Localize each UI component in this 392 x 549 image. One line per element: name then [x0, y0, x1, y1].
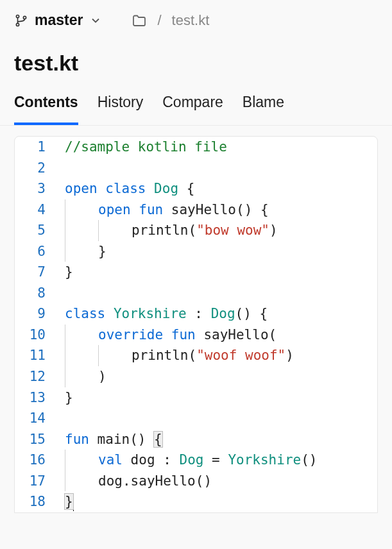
line-content[interactable]: //sample kotlin file	[58, 137, 377, 158]
line-number[interactable]: 17	[15, 471, 58, 492]
line-content[interactable]: open fun sayHello() {	[58, 199, 377, 221]
line-number[interactable]: 7	[15, 262, 58, 283]
tab-blame[interactable]: Blame	[243, 94, 284, 125]
breadcrumb-file[interactable]: test.kt	[172, 12, 210, 29]
line-content[interactable]: open class Dog {	[58, 178, 377, 199]
line-content[interactable]: }	[58, 241, 377, 262]
line-content[interactable]: }	[58, 491, 377, 512]
code-line[interactable]: 5println("bow wow")	[15, 220, 377, 241]
code-line[interactable]: 7}	[15, 262, 377, 283]
code-line[interactable]: 18}	[15, 491, 377, 512]
code-line[interactable]: 8	[15, 283, 377, 304]
line-number[interactable]: 13	[15, 387, 58, 409]
line-content[interactable]	[58, 283, 377, 304]
line-number[interactable]: 3	[15, 178, 58, 199]
tab-compare[interactable]: Compare	[162, 94, 223, 125]
page-title: test.kt	[0, 35, 392, 82]
code-line[interactable]: 14	[15, 408, 377, 429]
line-number[interactable]: 10	[15, 325, 58, 346]
line-number[interactable]: 14	[15, 408, 58, 429]
line-content[interactable]: fun main() {	[58, 429, 377, 450]
branch-name: master	[35, 12, 83, 29]
chevron-down-icon	[89, 14, 102, 27]
line-number[interactable]: 5	[15, 220, 58, 241]
line-number[interactable]: 15	[15, 429, 58, 450]
line-number[interactable]: 18	[15, 491, 58, 512]
code-line[interactable]: 1//sample kotlin file	[15, 137, 377, 158]
line-content[interactable]	[58, 158, 377, 179]
branch-selector[interactable]: master	[14, 12, 102, 29]
line-number[interactable]: 12	[15, 366, 58, 387]
code-line[interactable]: 9class Yorkshire : Dog() {	[15, 303, 377, 325]
breadcrumb-separator: /	[157, 12, 161, 29]
line-content[interactable]: println("bow wow")	[58, 220, 377, 241]
svg-point-1	[16, 23, 19, 26]
line-content[interactable]: val dog : Dog = Yorkshire()	[58, 450, 377, 471]
line-content[interactable]: override fun sayHello(	[58, 325, 377, 346]
line-content[interactable]: dog.sayHello()	[58, 471, 377, 492]
code-line[interactable]: 3open class Dog {	[15, 178, 377, 199]
code-line[interactable]: 13}	[15, 387, 377, 409]
line-content[interactable]: )	[58, 366, 377, 387]
code-line[interactable]: 16val dog : Dog = Yorkshire()	[15, 450, 377, 471]
code-line[interactable]: 10override fun sayHello(	[15, 325, 377, 346]
line-number[interactable]: 1	[15, 137, 58, 158]
code-line[interactable]: 15fun main() {	[15, 429, 377, 450]
line-number[interactable]: 2	[15, 158, 58, 179]
code-line[interactable]: 6}	[15, 241, 377, 262]
line-content[interactable]: }	[58, 262, 377, 283]
line-number[interactable]: 9	[15, 303, 58, 325]
svg-point-2	[23, 16, 26, 19]
tabs: Contents History Compare Blame	[0, 82, 392, 126]
code-line[interactable]: 11println("woof woof")	[15, 345, 377, 366]
branch-icon	[14, 13, 28, 28]
tab-contents[interactable]: Contents	[14, 94, 78, 125]
tab-history[interactable]: History	[98, 94, 144, 125]
svg-point-0	[16, 15, 19, 17]
line-content[interactable]: }	[58, 387, 377, 409]
line-content[interactable]: println("woof woof")	[58, 345, 377, 366]
line-number[interactable]: 11	[15, 345, 58, 366]
line-content[interactable]	[58, 408, 377, 429]
code-line[interactable]: 4open fun sayHello() {	[15, 199, 377, 221]
line-number[interactable]: 8	[15, 283, 58, 304]
line-number[interactable]: 4	[15, 199, 58, 221]
code-line[interactable]: 2	[15, 158, 377, 179]
line-number[interactable]: 16	[15, 450, 58, 471]
line-content[interactable]: class Yorkshire : Dog() {	[58, 303, 377, 325]
line-number[interactable]: 6	[15, 241, 58, 262]
code-line[interactable]: 12)	[15, 366, 377, 387]
code-line[interactable]: 17dog.sayHello()	[15, 471, 377, 492]
breadcrumb: / test.kt	[132, 12, 209, 29]
folder-icon[interactable]	[132, 13, 147, 28]
code-viewer[interactable]: 1//sample kotlin file23open class Dog {4…	[14, 136, 378, 513]
